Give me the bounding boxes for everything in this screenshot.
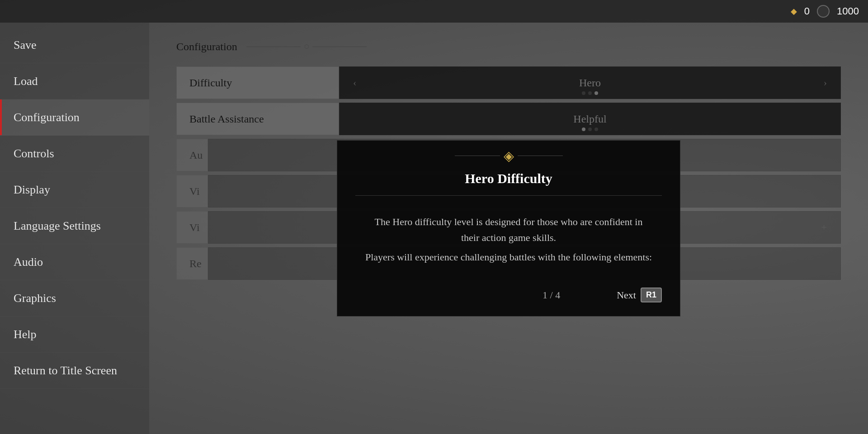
sidebar-item-audio[interactable]: Audio	[0, 244, 149, 280]
modal-next-button[interactable]: Next R1	[617, 288, 662, 302]
modal-diamond-icon: ◈	[504, 148, 514, 164]
currency-value-1: 0	[804, 5, 810, 17]
modal-deco-line-left	[455, 156, 500, 156]
modal-overlay: ◈ Hero Difficulty The Hero difficulty le…	[149, 23, 868, 434]
modal-title: Hero Difficulty	[337, 171, 680, 186]
sidebar: Save Load Configuration Controls Display…	[0, 23, 149, 434]
sidebar-item-display[interactable]: Display	[0, 172, 149, 208]
sidebar-item-return-to-title[interactable]: Return to Title Screen	[0, 353, 149, 389]
main-content: Configuration ⬡ Difficulty ‹ Hero › Batt…	[149, 23, 868, 434]
sidebar-item-language-settings[interactable]: Language Settings	[0, 208, 149, 244]
modal-deco-line-right	[518, 156, 563, 156]
modal-deco-group: ◈	[455, 148, 563, 164]
modal-page-count: 1 / 4	[486, 289, 617, 301]
sidebar-item-load[interactable]: Load	[0, 63, 149, 99]
modal-footer: 1 / 4 Next R1	[337, 288, 680, 302]
currency-value-2: 1000	[837, 5, 859, 17]
modal-r1-button[interactable]: R1	[641, 288, 662, 302]
modal-body: The Hero difficulty level is designed fo…	[337, 214, 680, 279]
modal-top-decoration: ◈	[337, 141, 680, 167]
sidebar-item-graphics[interactable]: Graphics	[0, 280, 149, 316]
top-bar: ◆ 0 1000	[0, 0, 868, 23]
modal-divider	[355, 195, 662, 196]
sidebar-item-help[interactable]: Help	[0, 316, 149, 353]
modal-next-label: Next	[617, 289, 636, 301]
sidebar-item-configuration[interactable]: Configuration	[0, 99, 149, 136]
diamond-icon: ◆	[791, 6, 797, 16]
sidebar-item-controls[interactable]: Controls	[0, 136, 149, 172]
circle-icon	[817, 5, 830, 18]
modal-body-line2: Players will experience challenging batt…	[364, 249, 653, 265]
sidebar-item-save[interactable]: Save	[0, 27, 149, 63]
modal-body-line1: The Hero difficulty level is designed fo…	[364, 214, 653, 245]
modal-dialog: ◈ Hero Difficulty The Hero difficulty le…	[337, 140, 680, 317]
